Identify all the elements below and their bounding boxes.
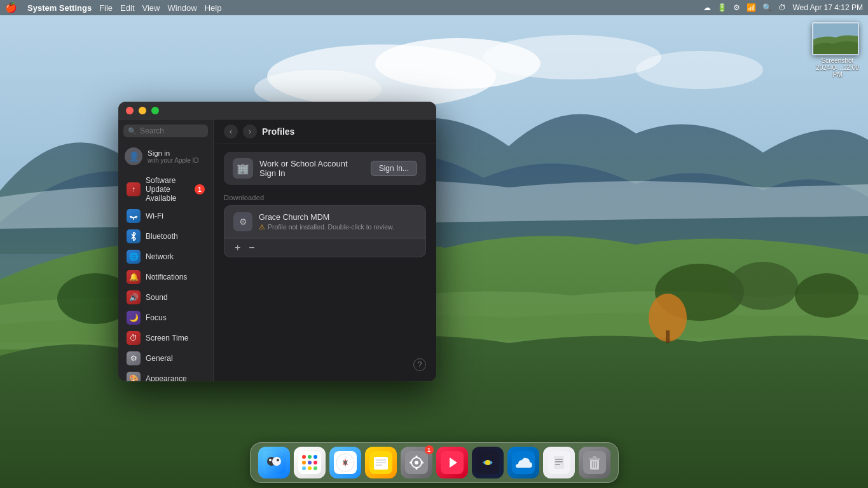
menu-file[interactable]: File: [99, 3, 113, 13]
svg-point-9: [728, 262, 798, 310]
sidebar-item-screen-time[interactable]: ⏱ Screen Time: [121, 328, 210, 348]
sidebar-items-list: ↑ Software Update Available 1 Wi-Fi: [118, 173, 213, 381]
sidebar-item-label: Wi-Fi: [146, 212, 163, 220]
signin-subtitle: with your Apple ID: [148, 157, 199, 164]
sidebar-item-notifications[interactable]: 🔔 Notifications: [121, 267, 210, 287]
svg-point-53: [485, 460, 490, 465]
sound-icon: 🔊: [127, 290, 141, 304]
profile-name: Grace Church MDM: [259, 213, 417, 222]
menubar-right: ☁ 🔋 ⚙ 📶 🔍 ⏱ Wed Apr 17 4:12 PM: [703, 3, 863, 12]
sidebar-item-sound[interactable]: 🔊 Sound: [121, 287, 210, 308]
svg-rect-12: [666, 330, 670, 343]
dock-launchpad[interactable]: [294, 447, 326, 478]
profile-icon: ⚙: [233, 212, 252, 231]
sidebar: 🔍 👤 Sign in with your Apple ID ↑: [118, 119, 214, 381]
svg-rect-58: [555, 461, 563, 463]
sidebar-item-software-update[interactable]: ↑ Software Update Available 1: [121, 173, 210, 206]
desktop: 🍎 System Settings File Edit View Window …: [0, 0, 868, 488]
dock-onedrive[interactable]: [507, 447, 539, 478]
dock-docktor[interactable]: [543, 447, 575, 478]
menubar-wifi-icon: 📶: [747, 3, 756, 12]
menubar-datetime: Wed Apr 17 4:12 PM: [792, 3, 863, 12]
svg-point-10: [795, 273, 858, 318]
dock-safari[interactable]: [329, 447, 361, 478]
svg-point-24: [313, 455, 317, 459]
svg-point-27: [313, 461, 317, 464]
minimize-button[interactable]: [139, 107, 146, 114]
menu-help[interactable]: Help: [205, 3, 222, 13]
sidebar-item-label: Screen Time: [146, 334, 188, 342]
search-icon: 🔍: [128, 127, 137, 135]
screen-time-icon: ⏱: [127, 331, 141, 345]
svg-point-28: [302, 466, 306, 470]
sidebar-item-bluetooth[interactable]: Bluetooth: [121, 226, 210, 247]
svg-rect-59: [555, 464, 560, 465]
sidebar-item-label: Sound: [146, 293, 168, 302]
help-button[interactable]: ?: [413, 358, 426, 371]
search-bar[interactable]: 🔍: [123, 125, 208, 137]
forward-button[interactable]: ›: [243, 125, 257, 139]
sidebar-item-wifi[interactable]: Wi-Fi: [121, 206, 210, 226]
profile-warning-text: Profile not installed. Double-click to r…: [268, 223, 394, 231]
svg-rect-46: [415, 456, 417, 458]
screenshot-thumb-image: [812, 22, 859, 55]
svg-rect-49: [421, 462, 424, 464]
signin-title: Sign in: [148, 149, 199, 157]
remove-profile-button[interactable]: −: [245, 241, 258, 254]
content-header: ‹ › Profiles: [214, 119, 436, 144]
sidebar-item-label: Network: [146, 252, 174, 261]
warning-icon: ⚠: [259, 223, 265, 231]
signin-text: Sign in with your Apple ID: [148, 149, 199, 164]
profile-list: ⚙ Grace Church MDM ⚠ Profile not install…: [224, 205, 426, 257]
sidebar-item-network[interactable]: 🌐 Network: [121, 247, 210, 267]
menubar-battery-icon: 🔋: [717, 3, 727, 12]
profile-info: Grace Church MDM ⚠ Profile not installed…: [259, 213, 417, 231]
search-input[interactable]: [140, 126, 203, 135]
profile-warning: ⚠ Profile not installed. Double-click to…: [259, 223, 417, 231]
maximize-button[interactable]: [151, 107, 159, 114]
svg-point-19: [269, 459, 272, 461]
sidebar-item-general[interactable]: ⚙ General: [121, 348, 210, 369]
settings-window: 🔍 👤 Sign in with your Apple ID ↑: [118, 102, 436, 381]
svg-point-30: [313, 466, 317, 470]
menu-view[interactable]: View: [142, 3, 160, 13]
main-content: ‹ › Profiles 🏢 Work or School Account Si…: [214, 119, 436, 381]
svg-rect-63: [593, 456, 596, 459]
dock-system-settings[interactable]: 1: [401, 447, 432, 478]
account-row: 🏢 Work or School Account Sign In Sign In…: [224, 152, 426, 185]
profile-list-controls: + −: [224, 238, 425, 257]
network-icon: 🌐: [127, 250, 141, 264]
close-button[interactable]: [126, 107, 134, 114]
back-button[interactable]: ‹: [224, 125, 238, 139]
dock-notchmeister[interactable]: [472, 447, 504, 478]
menu-edit[interactable]: Edit: [120, 3, 134, 13]
svg-rect-56: [554, 456, 564, 469]
sidebar-item-label: Notifications: [146, 273, 187, 281]
menubar-left: 🍎 System Settings File Edit View Window …: [5, 2, 221, 13]
menu-window[interactable]: Window: [167, 3, 196, 13]
dock-notes[interactable]: [365, 447, 397, 478]
menubar-search-icon[interactable]: 🔍: [762, 3, 772, 12]
svg-rect-57: [555, 459, 563, 460]
signin-section[interactable]: 👤 Sign in with your Apple ID: [118, 142, 213, 170]
profile-item[interactable]: ⚙ Grace Church MDM ⚠ Profile not install…: [224, 206, 425, 238]
apple-menu[interactable]: 🍎: [5, 2, 17, 13]
sidebar-item-appearance[interactable]: 🎨 Appearance: [121, 369, 210, 381]
svg-point-18: [272, 457, 281, 466]
account-label: Work or School Account Sign In: [259, 159, 364, 178]
menubar-cloud-icon: ☁: [703, 3, 711, 12]
sidebar-item-label: Appearance: [146, 374, 187, 381]
add-profile-button[interactable]: +: [231, 241, 244, 254]
sign-in-button[interactable]: Sign In...: [371, 161, 417, 176]
svg-point-5: [636, 51, 763, 89]
sidebar-item-label: Bluetooth: [146, 232, 178, 241]
window-body: 🔍 👤 Sign in with your Apple ID ↑: [118, 119, 436, 381]
dock-flow[interactable]: [436, 447, 468, 478]
dock-finder[interactable]: [258, 447, 290, 478]
menubar-settings-icon: ⚙: [733, 3, 740, 12]
dock-trash[interactable]: [579, 447, 610, 478]
screenshot-thumbnail[interactable]: Screenshot 2024-0-...12:00 PM: [812, 22, 863, 78]
svg-rect-47: [415, 467, 417, 470]
software-update-icon: ↑: [127, 182, 141, 196]
sidebar-item-focus[interactable]: 🌙 Focus: [121, 308, 210, 328]
